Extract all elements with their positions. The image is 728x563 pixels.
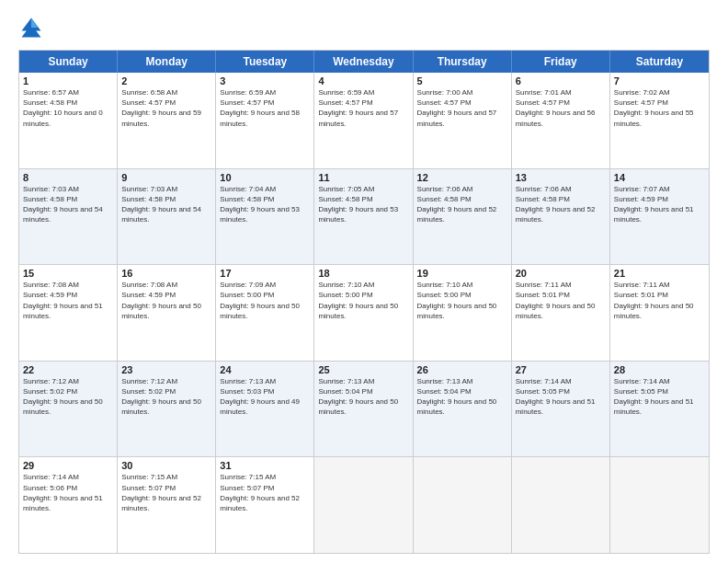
cell-info: Sunrise: 7:10 AMSunset: 5:00 PMDaylight:… — [318, 281, 398, 320]
day-cell-16: 16Sunrise: 7:08 AMSunset: 4:59 PMDayligh… — [118, 265, 216, 361]
calendar-row-3: 15Sunrise: 7:08 AMSunset: 4:59 PMDayligh… — [19, 265, 709, 362]
day-cell-18: 18Sunrise: 7:10 AMSunset: 5:00 PMDayligh… — [314, 265, 413, 361]
cell-info: Sunrise: 7:06 AMSunset: 4:58 PMDaylight:… — [516, 185, 596, 224]
day-cell-7: 7Sunrise: 7:02 AMSunset: 4:57 PMDaylight… — [610, 73, 709, 168]
empty-cell — [414, 457, 512, 553]
cell-info: Sunrise: 7:12 AMSunset: 5:02 PMDaylight:… — [121, 377, 201, 417]
day-cell-3: 3Sunrise: 6:59 AMSunset: 4:57 PMDaylight… — [216, 73, 314, 168]
day-number: 8 — [23, 172, 113, 183]
day-number: 3 — [220, 75, 310, 86]
calendar-body: 1Sunrise: 6:57 AMSunset: 4:58 PMDaylight… — [19, 73, 709, 553]
calendar-row-5: 29Sunrise: 7:14 AMSunset: 5:06 PMDayligh… — [19, 457, 709, 553]
day-number: 6 — [516, 75, 606, 86]
day-number: 28 — [614, 364, 705, 375]
empty-cell — [512, 457, 610, 553]
cell-info: Sunrise: 7:14 AMSunset: 5:06 PMDaylight:… — [23, 473, 103, 512]
day-cell-22: 22Sunrise: 7:12 AMSunset: 5:02 PMDayligh… — [19, 362, 118, 457]
header-day-friday: Friday — [512, 51, 610, 73]
calendar-row-2: 8Sunrise: 7:03 AMSunset: 4:58 PMDaylight… — [19, 169, 709, 266]
cell-info: Sunrise: 7:15 AMSunset: 5:07 PMDaylight:… — [220, 473, 300, 512]
cell-info: Sunrise: 7:13 AMSunset: 5:04 PMDaylight:… — [318, 377, 398, 417]
cell-info: Sunrise: 7:08 AMSunset: 4:59 PMDaylight:… — [121, 281, 201, 320]
day-number: 12 — [417, 172, 507, 183]
day-number: 23 — [121, 364, 211, 375]
day-cell-17: 17Sunrise: 7:09 AMSunset: 5:00 PMDayligh… — [216, 265, 314, 361]
cell-info: Sunrise: 7:08 AMSunset: 4:59 PMDaylight:… — [23, 281, 103, 320]
header — [18, 15, 710, 40]
day-number: 27 — [516, 364, 606, 375]
cell-info: Sunrise: 6:59 AMSunset: 4:57 PMDaylight:… — [220, 88, 300, 128]
cell-info: Sunrise: 7:03 AMSunset: 4:58 PMDaylight:… — [23, 185, 103, 224]
calendar-row-1: 1Sunrise: 6:57 AMSunset: 4:58 PMDaylight… — [19, 73, 709, 169]
cell-info: Sunrise: 7:11 AMSunset: 5:01 PMDaylight:… — [614, 281, 694, 320]
day-number: 25 — [318, 364, 408, 375]
cell-info: Sunrise: 7:12 AMSunset: 5:02 PMDaylight:… — [23, 377, 103, 417]
day-cell-19: 19Sunrise: 7:10 AMSunset: 5:00 PMDayligh… — [414, 265, 512, 361]
cell-info: Sunrise: 7:13 AMSunset: 5:03 PMDaylight:… — [220, 377, 300, 417]
day-number: 13 — [516, 172, 606, 183]
cell-info: Sunrise: 6:58 AMSunset: 4:57 PMDaylight:… — [121, 88, 201, 128]
day-cell-21: 21Sunrise: 7:11 AMSunset: 5:01 PMDayligh… — [610, 265, 709, 361]
day-number: 30 — [121, 460, 211, 471]
day-number: 4 — [318, 75, 408, 86]
day-cell-13: 13Sunrise: 7:06 AMSunset: 4:58 PMDayligh… — [512, 169, 610, 265]
day-number: 11 — [318, 172, 408, 183]
cell-info: Sunrise: 7:02 AMSunset: 4:57 PMDaylight:… — [614, 88, 694, 128]
cell-info: Sunrise: 7:14 AMSunset: 5:05 PMDaylight:… — [614, 377, 694, 417]
day-number: 22 — [23, 364, 113, 375]
calendar: SundayMondayTuesdayWednesdayThursdayFrid… — [18, 50, 710, 554]
day-number: 10 — [220, 172, 310, 183]
day-cell-28: 28Sunrise: 7:14 AMSunset: 5:05 PMDayligh… — [610, 362, 709, 457]
day-cell-15: 15Sunrise: 7:08 AMSunset: 4:59 PMDayligh… — [19, 265, 118, 361]
calendar-row-4: 22Sunrise: 7:12 AMSunset: 5:02 PMDayligh… — [19, 362, 709, 458]
day-cell-9: 9Sunrise: 7:03 AMSunset: 4:58 PMDaylight… — [118, 169, 216, 265]
cell-info: Sunrise: 6:57 AMSunset: 4:58 PMDaylight:… — [23, 88, 103, 128]
cell-info: Sunrise: 7:13 AMSunset: 5:04 PMDaylight:… — [417, 377, 497, 417]
day-number: 2 — [121, 75, 211, 86]
page: SundayMondayTuesdayWednesdayThursdayFrid… — [0, 0, 728, 563]
day-cell-2: 2Sunrise: 6:58 AMSunset: 4:57 PMDaylight… — [118, 73, 216, 168]
cell-info: Sunrise: 7:09 AMSunset: 5:00 PMDaylight:… — [220, 281, 300, 320]
calendar-header: SundayMondayTuesdayWednesdayThursdayFrid… — [19, 51, 709, 73]
day-cell-6: 6Sunrise: 7:01 AMSunset: 4:57 PMDaylight… — [512, 73, 610, 168]
header-day-tuesday: Tuesday — [216, 51, 314, 73]
day-cell-4: 4Sunrise: 6:59 AMSunset: 4:57 PMDaylight… — [314, 73, 413, 168]
day-cell-8: 8Sunrise: 7:03 AMSunset: 4:58 PMDaylight… — [19, 169, 118, 265]
header-day-monday: Monday — [118, 51, 216, 73]
day-cell-1: 1Sunrise: 6:57 AMSunset: 4:58 PMDaylight… — [19, 73, 118, 168]
day-number: 1 — [23, 75, 113, 86]
day-cell-20: 20Sunrise: 7:11 AMSunset: 5:01 PMDayligh… — [512, 265, 610, 361]
empty-cell — [314, 457, 413, 553]
day-number: 18 — [318, 268, 408, 279]
cell-info: Sunrise: 7:03 AMSunset: 4:58 PMDaylight:… — [121, 185, 201, 224]
header-day-saturday: Saturday — [610, 51, 709, 73]
cell-info: Sunrise: 7:11 AMSunset: 5:01 PMDaylight:… — [516, 281, 596, 320]
logo-icon — [18, 15, 44, 40]
cell-info: Sunrise: 7:14 AMSunset: 5:05 PMDaylight:… — [516, 377, 596, 417]
day-number: 16 — [121, 268, 211, 279]
day-number: 24 — [220, 364, 310, 375]
cell-info: Sunrise: 7:15 AMSunset: 5:07 PMDaylight:… — [121, 473, 201, 512]
cell-info: Sunrise: 6:59 AMSunset: 4:57 PMDaylight:… — [318, 88, 398, 128]
day-number: 31 — [220, 460, 310, 471]
cell-info: Sunrise: 7:01 AMSunset: 4:57 PMDaylight:… — [516, 88, 596, 128]
day-cell-10: 10Sunrise: 7:04 AMSunset: 4:58 PMDayligh… — [216, 169, 314, 265]
day-cell-26: 26Sunrise: 7:13 AMSunset: 5:04 PMDayligh… — [414, 362, 512, 457]
day-number: 20 — [516, 268, 606, 279]
day-cell-5: 5Sunrise: 7:00 AMSunset: 4:57 PMDaylight… — [414, 73, 512, 168]
day-cell-31: 31Sunrise: 7:15 AMSunset: 5:07 PMDayligh… — [216, 457, 314, 553]
cell-info: Sunrise: 7:06 AMSunset: 4:58 PMDaylight:… — [417, 185, 497, 224]
logo — [18, 15, 48, 40]
header-day-wednesday: Wednesday — [314, 51, 413, 73]
header-day-sunday: Sunday — [19, 51, 118, 73]
day-cell-12: 12Sunrise: 7:06 AMSunset: 4:58 PMDayligh… — [414, 169, 512, 265]
day-number: 19 — [417, 268, 507, 279]
day-cell-30: 30Sunrise: 7:15 AMSunset: 5:07 PMDayligh… — [118, 457, 216, 553]
day-number: 21 — [614, 268, 705, 279]
cell-info: Sunrise: 7:05 AMSunset: 4:58 PMDaylight:… — [318, 185, 398, 224]
day-number: 17 — [220, 268, 310, 279]
day-cell-29: 29Sunrise: 7:14 AMSunset: 5:06 PMDayligh… — [19, 457, 118, 553]
day-cell-23: 23Sunrise: 7:12 AMSunset: 5:02 PMDayligh… — [118, 362, 216, 457]
day-cell-27: 27Sunrise: 7:14 AMSunset: 5:05 PMDayligh… — [512, 362, 610, 457]
day-number: 14 — [614, 172, 705, 183]
